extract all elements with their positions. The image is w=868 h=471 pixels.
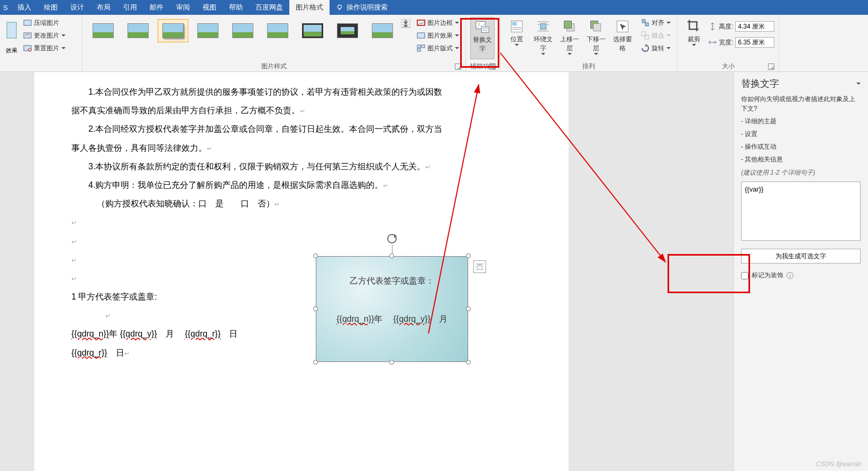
- layout-options-button[interactable]: [473, 260, 486, 273]
- para-1a: 1.本合同仅作为甲乙双方就所提供的服务事项签订的协议，若甲方有违背相关政策的行为…: [88, 87, 442, 96]
- date-a-r: {{qdrq_r}}: [185, 329, 221, 338]
- change-picture-icon: [23, 31, 32, 40]
- tab-design[interactable]: 设计: [64, 0, 90, 15]
- tab-layout[interactable]: 布局: [90, 0, 117, 15]
- reset-picture-icon: [23, 44, 32, 52]
- mark-decorative-label: 标记为装饰: [752, 271, 783, 280]
- resize-handle-sw[interactable]: [313, 360, 318, 365]
- resize-handle-s[interactable]: [389, 360, 394, 365]
- style-thumb-4[interactable]: [193, 19, 223, 42]
- rotate-icon: [641, 44, 650, 52]
- tab-references[interactable]: 引用: [117, 0, 143, 15]
- svg-rect-2: [7, 22, 16, 38]
- send-backward-button[interactable]: 下移一层: [584, 17, 608, 59]
- para-2b: 事人各执壹份，具有同等法律效力。: [71, 143, 207, 152]
- alt-text-bullet-3: - 操作或互动: [741, 142, 861, 151]
- svg-rect-10: [422, 45, 425, 48]
- gallery-expand-button[interactable]: [401, 25, 410, 28]
- alt-text-button[interactable]: 替换文字: [470, 17, 495, 59]
- style-thumb-9[interactable]: [367, 19, 398, 42]
- bring-forward-button[interactable]: 上移一层: [558, 17, 582, 59]
- alt-text-expand-icon[interactable]: [856, 83, 861, 85]
- generate-alt-text-button[interactable]: 为我生成可选文字: [741, 249, 861, 264]
- svg-rect-27: [564, 21, 572, 29]
- styles-dialog-launcher[interactable]: [455, 64, 461, 70]
- style-thumb-8[interactable]: [332, 19, 363, 42]
- rotate-handle[interactable]: [387, 234, 397, 243]
- layout-options-icon: [476, 262, 484, 271]
- signature-b-label: 乙方代表签字或盖章：: [316, 271, 468, 290]
- size-dialog-launcher[interactable]: [768, 64, 774, 70]
- tab-review[interactable]: 审阅: [170, 0, 196, 15]
- style-thumb-3[interactable]: [158, 19, 188, 42]
- reset-picture-button[interactable]: 重置图片: [21, 42, 68, 54]
- resize-handle-ne[interactable]: [466, 253, 471, 258]
- date-b-y: {{qdrq_y}}: [393, 314, 430, 323]
- date-b-n: {{qdrq_n}}: [336, 314, 374, 323]
- picture-layout-button[interactable]: 图片版式: [415, 42, 461, 54]
- resize-handle-se[interactable]: [466, 360, 471, 365]
- style-thumb-5[interactable]: [227, 19, 258, 42]
- selected-image[interactable]: 乙方代表签字或盖章： {{qdrq_n}}年 {{qdrq_y}} 月: [316, 256, 468, 362]
- position-icon: [509, 19, 524, 34]
- tab-mailings[interactable]: 邮件: [143, 0, 170, 15]
- compress-picture-button[interactable]: 压缩图片: [21, 17, 68, 29]
- bring-forward-icon: [562, 19, 577, 34]
- gallery-scroll: [401, 19, 410, 28]
- tab-draw[interactable]: 绘图: [38, 0, 64, 15]
- date-a-r2: {{qdrq_r}}: [71, 348, 107, 357]
- resize-handle-n[interactable]: [389, 253, 394, 258]
- group-button[interactable]: 组合: [639, 30, 673, 41]
- picture-border-icon: [417, 19, 425, 27]
- selection-pane-button[interactable]: 选择窗格: [610, 17, 635, 59]
- date-a-n: {{qdrq_n}}: [71, 329, 109, 338]
- picture-effects-button[interactable]: 图片效果: [415, 30, 461, 41]
- info-icon[interactable]: i: [787, 272, 793, 279]
- align-button[interactable]: 对齐: [639, 17, 673, 29]
- crop-button[interactable]: 裁剪: [682, 17, 706, 59]
- rotate-button[interactable]: 旋转: [639, 42, 673, 54]
- tab-insert[interactable]: 插入: [11, 0, 38, 15]
- style-thumb-7[interactable]: [297, 19, 328, 42]
- image-content: 乙方代表签字或盖章： {{qdrq_n}}年 {{qdrq_y}} 月: [316, 256, 468, 362]
- alt-text-hint: (建议使用 1-2 个详细句子): [741, 168, 861, 177]
- svg-rect-18: [512, 22, 517, 25]
- tab-help[interactable]: 帮助: [223, 0, 249, 15]
- svg-point-13: [478, 23, 480, 25]
- resize-handle-nw[interactable]: [313, 253, 318, 258]
- align-icon: [641, 19, 650, 27]
- svg-rect-33: [642, 32, 646, 36]
- accessibility-dialog-launcher[interactable]: [489, 64, 496, 70]
- height-input[interactable]: [735, 21, 774, 32]
- width-field: 宽度:: [708, 37, 774, 48]
- mark-decorative-checkbox[interactable]: 标记为装饰 i: [741, 271, 861, 280]
- svg-rect-9: [417, 45, 421, 48]
- style-thumb-2[interactable]: [123, 19, 153, 42]
- height-field: 高度:: [708, 21, 774, 32]
- effects-label: 效果: [6, 47, 17, 55]
- alt-text-input[interactable]: {{var}}: [741, 182, 861, 241]
- tab-view[interactable]: 视图: [196, 0, 223, 15]
- svg-rect-14: [481, 27, 489, 33]
- tab-stub[interactable]: S: [0, 0, 11, 15]
- tell-me-search[interactable]: 操作说明搜索: [330, 3, 394, 12]
- resize-handle-w[interactable]: [313, 306, 318, 311]
- tab-picture-format[interactable]: 图片格式: [289, 0, 330, 15]
- style-thumb-1[interactable]: [88, 19, 118, 42]
- change-picture-button[interactable]: 更改图片: [21, 30, 68, 41]
- position-button[interactable]: 位置: [505, 17, 529, 59]
- tab-baidu[interactable]: 百度网盘: [249, 0, 289, 15]
- group-icon: [641, 31, 650, 40]
- resize-handle-e[interactable]: [466, 306, 471, 311]
- svg-rect-11: [417, 49, 421, 51]
- date-a-y: {{qdrq_y}}: [120, 329, 157, 338]
- picture-layout-icon: [417, 44, 425, 52]
- wrap-text-button[interactable]: 环绕文字: [531, 17, 555, 59]
- mark-decorative-input[interactable]: [741, 272, 748, 279]
- svg-rect-34: [645, 35, 649, 39]
- style-thumb-6[interactable]: [262, 19, 293, 42]
- alt-text-bullet-1: - 详细的主题: [741, 116, 861, 126]
- document-page[interactable]: 1.本合同仅作为甲乙双方就所提供的服务事项签订的协议，若甲方有违背相关政策的行为…: [34, 72, 569, 471]
- picture-border-button[interactable]: 图片边框: [415, 17, 461, 29]
- width-input[interactable]: [735, 37, 774, 48]
